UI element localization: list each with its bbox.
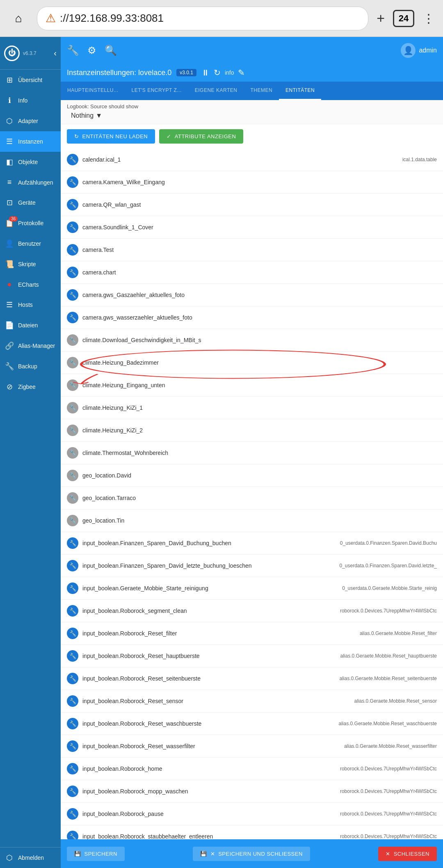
entity-name: input_boolean.Roborock_segment_clean — [82, 608, 336, 614]
sidebar-item-hosts[interactable]: ☰ Hosts — [0, 295, 61, 315]
sidebar-label-backup: Backup — [18, 363, 37, 370]
sidebar-item-protokolle[interactable]: 📋 36 Protokolle — [0, 213, 61, 233]
tab-eigene-karten[interactable]: EIGENE KARTEN — [188, 82, 244, 100]
table-row[interactable]: 🔧 geo_location.Tarraco — [61, 487, 443, 509]
table-row[interactable]: 🔧 climate.Download_Geschwindigkeit_in_MB… — [61, 329, 443, 352]
table-row[interactable]: 🔧 input_boolean.Roborock_mopp_waschen ro… — [61, 780, 443, 803]
table-row[interactable]: 🔧 input_boolean.Roborock_Reset_waschbuer… — [61, 713, 443, 735]
info-icon: ℹ — [5, 96, 14, 105]
sidebar-item-ubersicht[interactable]: ⊞ Übersicht — [0, 70, 61, 90]
table-row[interactable]: 🔧 climate.Thermostat_Wohnbereich — [61, 442, 443, 464]
table-row[interactable]: 🔧 camera.Test — [61, 239, 443, 261]
browser-menu-icon[interactable]: ⋮ — [422, 11, 435, 25]
table-row[interactable]: 🔧 camera.QR_wlan_gast — [61, 194, 443, 216]
table-row[interactable]: 🔧 input_boolean.Roborock_staubbehaelter_… — [61, 825, 443, 839]
table-row[interactable]: 🔧 input_boolean.Roborock_Reset_filter al… — [61, 622, 443, 645]
close-icon: ✕ — [386, 851, 390, 857]
table-row[interactable]: 🔧 input_boolean.Roborock_Reset_wasserfil… — [61, 735, 443, 758]
refresh-icon[interactable]: ↻ — [214, 68, 221, 78]
sidebar-item-abmelden[interactable]: ⬡ Abmelden — [0, 847, 61, 868]
table-row[interactable]: 🔧 input_boolean.Roborock_pause roborock.… — [61, 803, 443, 825]
abmelden-icon: ⬡ — [5, 853, 14, 862]
table-row[interactable]: 🔧 input_boolean.Finanzen_Sparen_David_le… — [61, 555, 443, 577]
sidebar-label-adapter: Adapter — [18, 118, 38, 124]
sidebar-label-instanzen: Instanzen — [18, 138, 43, 145]
new-tab-icon[interactable]: + — [377, 10, 385, 26]
sidebar-item-dateien[interactable]: 📄 Dateien — [0, 315, 61, 336]
pause-icon[interactable]: ⏸ — [201, 68, 210, 78]
top-toolbar: 🔧 ⚙ 🔍 👤 admin — [61, 37, 443, 64]
home-icon[interactable]: ⌂ — [8, 8, 29, 29]
table-row[interactable]: 🔧 geo_location.Tin — [61, 509, 443, 532]
table-row[interactable]: 🔧 camera.gws_wasserzaehler_aktuelles_fot… — [61, 306, 443, 329]
tab-themen[interactable]: THEMEN — [244, 82, 279, 100]
save-button[interactable]: 💾 SPEICHERN — [67, 847, 125, 861]
table-row[interactable]: 🔧 input_boolean.Roborock_home roborock.0… — [61, 758, 443, 780]
tabs-count-badge[interactable]: 24 — [393, 10, 414, 27]
table-row[interactable]: 🔧 climate.Heizung_Eingang_unten — [61, 374, 443, 397]
tab-lets-encrypt[interactable]: LET'S ENCRYPT Z... — [125, 82, 188, 100]
sidebar-item-adapter[interactable]: ⬡ Adapter — [0, 111, 61, 131]
wrench-icon[interactable]: 🔧 — [67, 45, 79, 56]
edit-icon[interactable]: ✎ — [238, 68, 245, 78]
sidebar-label-skripte: Skripte — [18, 261, 36, 267]
hosts-icon: ☰ — [5, 300, 14, 309]
sidebar-item-alias-manager[interactable]: 🔗 Alias-Manager — [0, 336, 61, 356]
table-row[interactable]: 🔧 camera.Kamera_Wilke_Eingang — [61, 171, 443, 194]
table-row[interactable]: 🔧 input_boolean.Roborock_segment_clean r… — [61, 600, 443, 622]
info-link[interactable]: info — [225, 69, 234, 76]
protokolle-badge: 36 — [9, 216, 18, 222]
sidebar-item-skripte[interactable]: 📜 Skripte — [0, 254, 61, 274]
table-row[interactable]: 🔧 climate.Heizung_Badezimmer — [61, 352, 443, 374]
sidebar-item-zigbee[interactable]: ⊘ Zigbee — [0, 377, 61, 397]
entity-value: roborock.0.Devices.7UreppMhwYr4WlSbCtc — [340, 608, 437, 614]
sidebar-item-benutzer[interactable]: 👤 Benutzer — [0, 233, 61, 254]
sidebar-item-instanzen[interactable]: ☰ Instanzen — [0, 131, 61, 152]
username-label: admin — [419, 47, 437, 54]
table-row[interactable]: 🔧 geo_location.David — [61, 464, 443, 487]
sidebar-collapse-btn[interactable]: ‹ — [54, 48, 57, 58]
alias-icon: 🔗 — [5, 341, 14, 350]
version-badge: v3.0.1 — [176, 69, 196, 76]
save-close-button[interactable]: 💾 ✕ SPEICHERN UND SCHLIESSEN — [193, 847, 310, 861]
entity-icon: 🔧 — [67, 673, 78, 684]
table-row[interactable]: 🔧 camera.gws_Gaszaehler_aktuelles_foto — [61, 284, 443, 306]
sidebar-item-info[interactable]: ℹ Info — [0, 90, 61, 111]
entity-name: input_boolean.Finanzen_Sparen_David_letz… — [82, 562, 336, 569]
table-row[interactable]: 🔧 input_boolean.Roborock_Reset_seitenbue… — [61, 667, 443, 690]
entity-icon: 🔧 — [67, 402, 78, 413]
entity-name: camera.gws_Gaszaehler_aktuelles_foto — [82, 292, 437, 298]
show-attributes-button[interactable]: ✓ ATTRIBUTE ANZEIGEN — [159, 129, 243, 144]
entity-name: input_boolean.Roborock_mopp_waschen — [82, 788, 336, 795]
entity-name: input_boolean.Roborock_Reset_waschbuerst… — [82, 720, 335, 727]
close-button[interactable]: ✕ SCHLIESSEN — [378, 847, 437, 861]
table-row[interactable]: 🔧 climate.Heizung_KiZi_2 — [61, 419, 443, 442]
entity-name: climate.Download_Geschwindigkeit_in_MBit… — [82, 337, 437, 343]
address-bar[interactable]: ⚠ ://192.168.99.33:8081 — [37, 7, 368, 30]
table-row[interactable]: 🔧 input_boolean.Roborock_Reset_sensor al… — [61, 690, 443, 713]
sidebar-label-alias: Alias-Manager — [18, 343, 55, 349]
tab-entitaten[interactable]: ENTITÄTEN — [279, 82, 321, 100]
sidebar-item-aufzahlungen[interactable]: ≡ Aufzählungen — [0, 172, 61, 192]
table-row[interactable]: 🔧 calendar.ical_1 ical.1.data.table — [61, 148, 443, 171]
entity-value: 0_userdata.0.Finanzen.Sparen.David.Buchu — [340, 540, 437, 546]
sidebar-item-backup[interactable]: 🔧 Backup — [0, 356, 61, 377]
table-row[interactable]: 🔧 camera.chart — [61, 261, 443, 284]
browser-bar: ⌂ ⚠ ://192.168.99.33:8081 + 24 ⋮ — [0, 0, 443, 37]
sidebar-item-gerate[interactable]: ⊡ Geräte — [0, 192, 61, 213]
tab-haupteinstellung[interactable]: HAUPTEINSTELLU... — [61, 82, 125, 100]
adapter-icon: ⬡ — [5, 116, 14, 126]
gear-icon[interactable]: ⚙ — [87, 45, 96, 56]
table-row[interactable]: 🔧 input_boolean.Roborock_Reset_hauptbuer… — [61, 645, 443, 667]
search-toolbar-icon[interactable]: 🔍 — [105, 45, 117, 56]
table-row[interactable]: 🔧 input_boolean.Finanzen_Sparen_David_Bu… — [61, 532, 443, 555]
main-content: 🔧 ⚙ 🔍 👤 admin Instanzeinstellungen: love… — [61, 37, 443, 868]
table-row[interactable]: 🔧 input_boolean.Geraete_Mobbie_Starte_re… — [61, 577, 443, 600]
entity-value: alias.0.Geraete.Mobbie.Reset_hauptbuerst… — [340, 653, 437, 659]
table-row[interactable]: 🔧 climate.Heizung_KiZi_1 — [61, 397, 443, 419]
table-row[interactable]: 🔧 camera.Soundlink_1_Cover — [61, 216, 443, 239]
nothing-dropdown[interactable]: Nothing ▼ — [67, 110, 149, 122]
sidebar-item-objekte[interactable]: ◧ Objekte — [0, 152, 61, 172]
reload-entities-button[interactable]: ↻ ENTITÄTEN NEU LADEN — [67, 129, 155, 144]
sidebar-item-echarts[interactable]: ● ECharts — [0, 274, 61, 295]
